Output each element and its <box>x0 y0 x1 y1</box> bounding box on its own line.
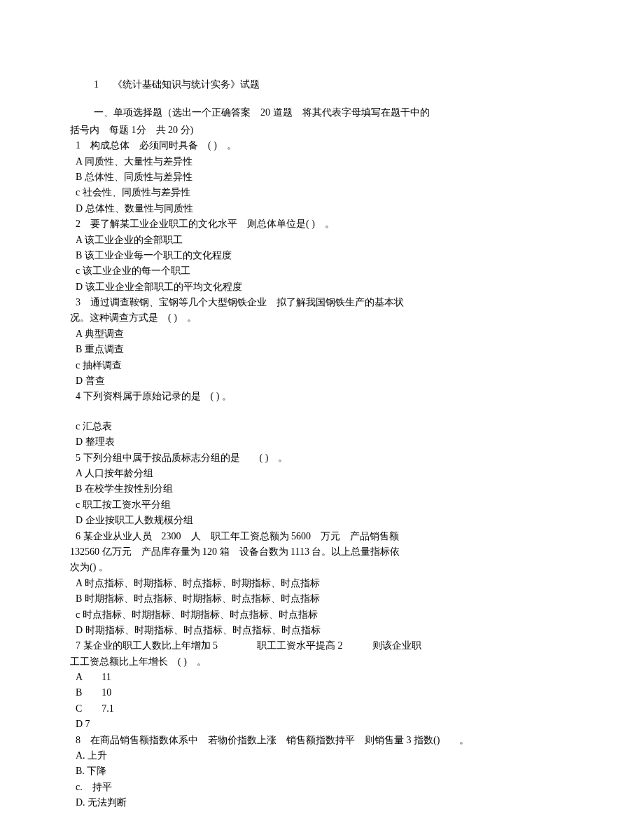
q3-stem-line1: 3 通过调查鞍钢、宝钢等几个大型钢铁企业 拟了解我国钢铁生产的基本状 <box>76 295 581 310</box>
q4-option-c: c 汇总表 <box>76 419 581 434</box>
q8-option-b: B. 下降 <box>76 764 581 779</box>
q4-option-d: D 整理表 <box>76 434 581 450</box>
q3-option-c: c 抽样调查 <box>76 358 581 373</box>
q6-option-a: A 时点指标、时期指标、时点指标、时期指标、时点指标 <box>76 576 581 591</box>
q6-option-b: B 时期指标、时点指标、时期指标、时点指标、时点指标 <box>76 591 581 607</box>
q2-option-b: B 该工业企业每一个职工的文化程度 <box>76 248 581 263</box>
q5-option-d: D 企业按职工人数规模分组 <box>76 513 581 528</box>
section-1-header-line2: 括号内 每题 1分 共 20 分) <box>70 123 581 138</box>
q4-stem: 4 下列资料属于原始记录的是 ( ) 。 <box>76 389 581 404</box>
q5-option-b: B 在校学生按性别分组 <box>76 481 581 497</box>
q1-option-d: D 总体性、数量性与同质性 <box>76 201 581 216</box>
q3-option-b: B 重点调查 <box>76 342 581 357</box>
q5-option-a: A 人口按年龄分组 <box>76 466 581 481</box>
q2-stem: 2 要了解某工业企业职工的文化水平 则总体单位是( ) 。 <box>76 216 581 232</box>
q5-option-c: c 职工按工资水平分组 <box>76 497 581 513</box>
q1-option-c: c 社会性、同质性与差异性 <box>76 185 581 200</box>
q5-stem: 5 下列分组中属于按品质标志分组的是 ( ) 。 <box>76 450 581 466</box>
q6-stem-line2: 132560 亿万元 产品库存量为 120 箱 设备台数为 1113 台。以上总… <box>70 544 581 560</box>
q6-option-c: c 时点指标、时期指标、时期指标、时点指标、时点指标 <box>76 607 581 623</box>
q2-option-d: D 该工业企业全部职工的平均文化程度 <box>76 280 581 295</box>
q2-option-a: A 该工业企业的全部职工 <box>76 233 581 248</box>
q8-option-c: c. 持平 <box>76 780 581 795</box>
q6-stem-line3: 次为() 。 <box>70 560 581 575</box>
q7-stem-line1: 7 某企业的职工人数比上年增加 5 职工工资水平提高 2 则该企业职 <box>76 638 581 654</box>
q3-option-a: A 典型调查 <box>76 326 581 342</box>
q7-option-a: A 11 <box>76 670 581 685</box>
q8-option-d: D. 无法判断 <box>76 795 581 810</box>
q7-stem-line2: 工工资总额比上年增长 ( ) 。 <box>70 654 581 670</box>
q2-option-c: c 该工业企业的每一个职工 <box>76 263 581 279</box>
title-number: 1 <box>94 77 99 92</box>
q6-option-d: D 时期指标、时期指标、时点指标、时点指标、时点指标 <box>76 623 581 638</box>
q6-stem-line1: 6 某企业从业人员 2300 人 职工年工资总额为 5600 万元 产品销售额 <box>76 529 581 544</box>
q7-option-b: B 10 <box>76 685 581 701</box>
q7-option-c: C 7.1 <box>76 701 581 717</box>
q1-option-a: A 同质性、大量性与差异性 <box>76 154 581 170</box>
q8-stem: 8 在商品销售额指数体系中 若物价指数上涨 销售额指数持平 则销售量 3 指数(… <box>76 733 581 748</box>
title-text: 《统计基础知识与统计实务》试题 <box>113 79 260 90</box>
q8-option-a: A. 上升 <box>76 748 581 764</box>
q3-stem-line2: 况。这种调查方式是 ( ) 。 <box>70 310 581 326</box>
q1-stem: 1 构成总体 必须同时具备 ( ) 。 <box>76 138 581 153</box>
q3-option-d: D 普查 <box>76 373 581 389</box>
document-title: 1 《统计基础知识与统计实务》试题 <box>70 77 581 92</box>
q1-option-b: B 总体性、同质性与差异性 <box>76 170 581 185</box>
section-1-header-line1: 一、单项选择题（选出一个正确答案 20 道题 将其代表字母填写在题干中的 <box>94 105 581 120</box>
q7-option-d: D 7 <box>76 717 581 732</box>
